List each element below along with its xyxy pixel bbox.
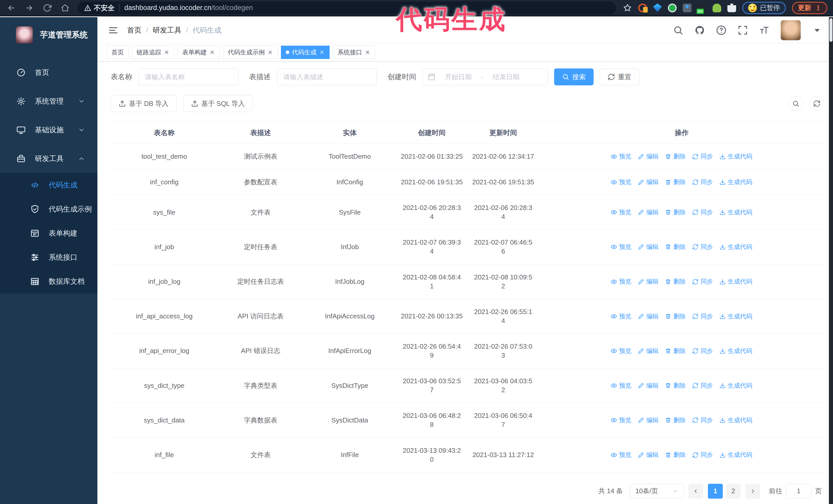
action-编辑[interactable]: 编辑 [638, 416, 659, 424]
action-生成代码[interactable]: 生成代码 [719, 278, 752, 286]
action-同步[interactable]: 同步 [692, 381, 713, 390]
date-end-input[interactable] [487, 73, 525, 81]
action-删除[interactable]: 删除 [665, 152, 686, 161]
extension-icon[interactable] [638, 4, 647, 12]
tab-close-icon[interactable] [267, 49, 273, 55]
action-预览[interactable]: 预览 [611, 416, 631, 424]
extension-puzzle-icon[interactable] [728, 4, 736, 12]
action-同步[interactable]: 同步 [692, 178, 713, 186]
sidebar-subitem-代码生成示例[interactable]: 代码生成示例 [0, 197, 97, 221]
action-同步[interactable]: 同步 [692, 347, 713, 355]
action-预览[interactable]: 预览 [611, 312, 631, 320]
sidebar-logo-row[interactable]: 芋道管理系统 [0, 17, 97, 51]
action-生成代码[interactable]: 生成代码 [719, 347, 752, 355]
tab-close-icon[interactable] [319, 49, 325, 55]
browser-home-button[interactable] [60, 2, 71, 14]
date-range-picker[interactable]: - [422, 68, 548, 86]
hamburger-icon[interactable] [108, 25, 118, 35]
tab-close-icon[interactable] [365, 49, 371, 55]
tab-close-icon[interactable] [209, 49, 215, 55]
action-同步[interactable]: 同步 [692, 451, 713, 459]
github-icon[interactable] [695, 25, 705, 35]
sidebar-subitem-表单构建[interactable]: 表单构建 [0, 221, 97, 245]
browser-back-button[interactable] [6, 2, 17, 14]
sidebar-item-首页[interactable]: 首页 [0, 58, 97, 87]
action-删除[interactable]: 删除 [665, 278, 686, 286]
tab-系统接口[interactable]: 系统接口 [333, 46, 375, 59]
action-同步[interactable]: 同步 [692, 278, 713, 286]
action-生成代码[interactable]: 生成代码 [719, 243, 752, 251]
goto-page-input[interactable] [786, 484, 811, 499]
browser-reload-button[interactable] [42, 2, 53, 14]
action-预览[interactable]: 预览 [611, 278, 631, 286]
address-bar[interactable]: 不安全 dashboard.yudao.iocoder.cn/tool/code… [77, 2, 616, 14]
action-预览[interactable]: 预览 [611, 381, 631, 390]
action-同步[interactable]: 同步 [692, 243, 713, 251]
sidebar-item-研发工具[interactable]: 研发工具 [0, 144, 97, 173]
sidebar-item-基础设施[interactable]: 基础设施 [0, 116, 97, 144]
fullscreen-icon[interactable] [738, 25, 748, 35]
tab-代码生成示例[interactable]: 代码生成示例 [223, 46, 278, 59]
action-删除[interactable]: 删除 [665, 347, 686, 355]
toggle-search-button[interactable] [788, 96, 803, 111]
security-indicator[interactable]: 不安全 [84, 3, 115, 13]
import-db-button[interactable]: 基于 DB 导入 [111, 95, 176, 112]
tab-链路追踪[interactable]: 链路追踪 [132, 46, 174, 59]
action-删除[interactable]: 删除 [665, 451, 686, 459]
tab-close-icon[interactable] [164, 49, 169, 55]
action-预览[interactable]: 预览 [611, 243, 631, 251]
profile-paused-badge[interactable]: 已暂停 [742, 2, 786, 14]
extension-icon[interactable] [668, 4, 677, 12]
action-预览[interactable]: 预览 [611, 451, 631, 459]
tab-首页[interactable]: 首页 [106, 46, 129, 59]
date-start-input[interactable] [439, 73, 477, 81]
action-生成代码[interactable]: 生成代码 [719, 152, 752, 161]
action-生成代码[interactable]: 生成代码 [719, 451, 752, 459]
tab-表单构建[interactable]: 表单构建 [177, 46, 220, 59]
header-search-icon[interactable] [673, 25, 683, 35]
bookmark-star-icon[interactable] [623, 3, 632, 13]
tab-代码生成[interactable]: 代码生成 [281, 46, 330, 59]
page-size-select[interactable]: 10条/页 [630, 484, 684, 499]
action-删除[interactable]: 删除 [665, 208, 686, 216]
action-编辑[interactable]: 编辑 [638, 178, 659, 186]
action-生成代码[interactable]: 生成代码 [719, 381, 752, 390]
avatar-caret-icon[interactable] [812, 25, 822, 35]
action-编辑[interactable]: 编辑 [638, 347, 659, 355]
action-生成代码[interactable]: 生成代码 [719, 178, 752, 186]
breadcrumb-item[interactable]: 首页 [127, 25, 142, 35]
sidebar-item-系统管理[interactable]: 系统管理 [0, 87, 97, 116]
breadcrumb-item[interactable]: 研发工具 [153, 25, 182, 35]
action-预览[interactable]: 预览 [611, 152, 631, 161]
search-button[interactable]: 搜索 [554, 68, 594, 86]
page-button-1[interactable]: 1 [708, 484, 723, 499]
action-同步[interactable]: 同步 [692, 152, 713, 161]
browser-menu-icon[interactable]: ⋮ [815, 5, 822, 11]
action-编辑[interactable]: 编辑 [638, 381, 659, 390]
page-scrollbar[interactable] [829, 17, 833, 504]
action-编辑[interactable]: 编辑 [638, 278, 659, 286]
action-编辑[interactable]: 编辑 [638, 451, 659, 459]
page-button-2[interactable]: 2 [726, 484, 741, 499]
action-删除[interactable]: 删除 [665, 243, 686, 251]
action-编辑[interactable]: 编辑 [638, 152, 659, 161]
user-avatar[interactable] [781, 20, 801, 40]
action-删除[interactable]: 删除 [665, 312, 686, 320]
extension-icon[interactable] [653, 4, 662, 12]
action-同步[interactable]: 同步 [692, 416, 713, 424]
browser-forward-button[interactable] [24, 2, 35, 14]
next-page-button[interactable] [745, 484, 760, 499]
action-同步[interactable]: 同步 [692, 208, 713, 216]
action-预览[interactable]: 预览 [611, 347, 631, 355]
action-删除[interactable]: 删除 [665, 416, 686, 424]
action-生成代码[interactable]: 生成代码 [719, 312, 752, 320]
action-同步[interactable]: 同步 [692, 312, 713, 320]
table-desc-input[interactable] [277, 68, 377, 86]
action-删除[interactable]: 删除 [665, 178, 686, 186]
action-生成代码[interactable]: 生成代码 [719, 416, 752, 424]
extension-icon[interactable]: on [698, 4, 706, 12]
browser-update-button[interactable]: 更新 ⋮ [792, 2, 827, 14]
sidebar-subitem-系统接口[interactable]: 系统接口 [0, 245, 97, 269]
refresh-table-button[interactable] [809, 96, 824, 111]
table-name-input[interactable] [138, 68, 238, 86]
